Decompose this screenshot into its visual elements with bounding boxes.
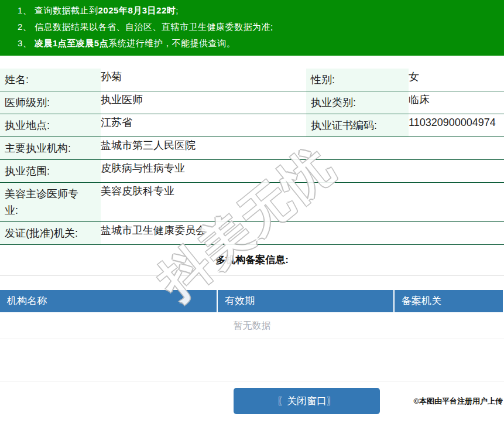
filing-section-title: 多机构备案信息: bbox=[0, 245, 504, 276]
table-row: 执业范围: 皮肤病与性病专业 bbox=[0, 160, 504, 183]
doctor-info-table: 姓名: 孙菊 性别: 女 医师级别: 执业医师 执业类别: 临床 执业地点: 江… bbox=[0, 69, 504, 245]
table-row: 发证(批准)机关: 盐城市卫生健康委员会 bbox=[0, 222, 504, 245]
notice-line-2: 2、 信息数据结果以各省、自治区、直辖市卫生健康委数据为准; bbox=[18, 19, 504, 35]
column-header-authority: 备案机关 bbox=[393, 290, 503, 312]
field-value: 江苏省 bbox=[101, 114, 306, 137]
field-value: 盐城市第三人民医院 bbox=[101, 137, 504, 160]
notice-line-3: 3、 凌晨1点至凌晨5点系统进行维护，不能提供查询。 bbox=[18, 35, 504, 52]
field-label: 执业证书编码: bbox=[306, 114, 409, 137]
platform-upload-stamp: ©本图由平台注册用户上传 bbox=[413, 396, 503, 407]
table-row: 主要执业机构: 盐城市第三人民医院 bbox=[0, 137, 504, 160]
field-label: 执业类别: bbox=[306, 91, 409, 114]
field-label: 性别: bbox=[306, 69, 409, 91]
field-label: 发证(批准)机关: bbox=[0, 222, 101, 245]
field-value: 执业医师 bbox=[101, 91, 306, 114]
table-row: 姓名: 孙菊 性别: 女 bbox=[0, 69, 504, 91]
field-label: 执业地点: bbox=[0, 114, 101, 137]
field-label: 美容主诊医师专业: bbox=[0, 183, 101, 222]
field-value: 盐城市卫生健康委员会 bbox=[101, 222, 504, 245]
footer-bar: 〖关闭窗口〗 ©本图由平台注册用户上传 bbox=[0, 381, 504, 408]
field-label: 执业范围: bbox=[0, 160, 101, 183]
column-header-institution: 机构名称 bbox=[0, 290, 217, 312]
notice-line-1: 1、 查询数据截止到2025年8月3日22时; bbox=[18, 2, 504, 19]
field-label: 姓名: bbox=[0, 69, 101, 91]
field-label: 医师级别: bbox=[0, 91, 101, 114]
field-value: 110320900004974 bbox=[409, 114, 504, 137]
notice-banner: 1、 查询数据截止到2025年8月3日22时; 2、 信息数据结果以各省、自治区… bbox=[0, 0, 504, 56]
filing-table-header: 机构名称 有效期 备案机关 bbox=[0, 290, 504, 312]
field-label: 主要执业机构: bbox=[0, 137, 101, 160]
close-window-button[interactable]: 〖关闭窗口〗 bbox=[234, 388, 380, 414]
field-value: 女 bbox=[409, 69, 504, 91]
table-row: 执业地点: 江苏省 执业证书编码: 110320900004974 bbox=[0, 114, 504, 137]
empty-data-message: 暂无数据 bbox=[0, 312, 504, 339]
field-value: 皮肤病与性病专业 bbox=[101, 160, 504, 183]
field-value: 临床 bbox=[409, 91, 504, 114]
field-value: 美容皮肤科专业 bbox=[101, 183, 504, 222]
table-row: 医师级别: 执业医师 执业类别: 临床 bbox=[0, 91, 504, 114]
table-row: 美容主诊医师专业: 美容皮肤科专业 bbox=[0, 183, 504, 222]
field-value: 孙菊 bbox=[101, 69, 306, 91]
column-header-validity: 有效期 bbox=[217, 290, 393, 312]
